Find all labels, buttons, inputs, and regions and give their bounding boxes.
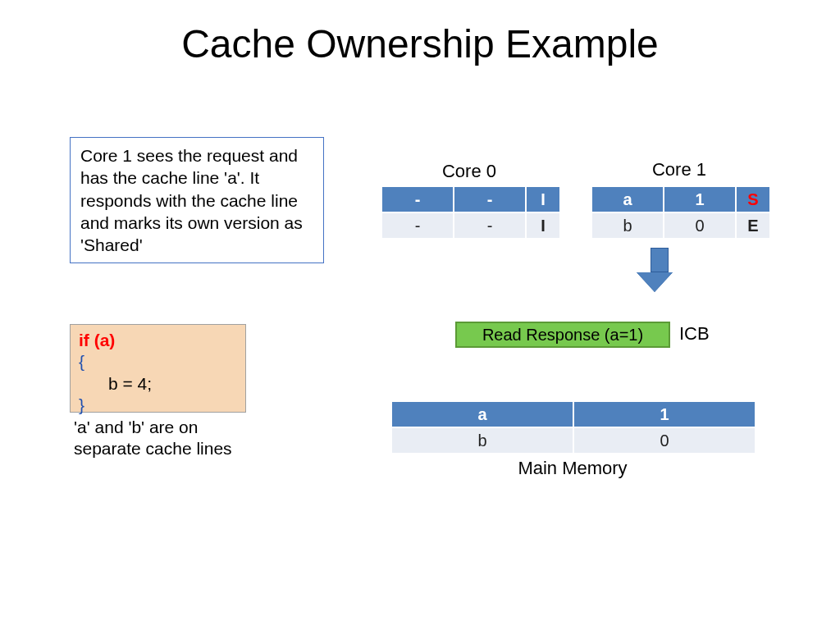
code-close-brace: }: [79, 395, 237, 416]
code-if: if (a): [79, 330, 237, 351]
mm-r0-val: 1: [574, 402, 755, 427]
core0-r1-data: -: [454, 213, 525, 238]
table-row: a 1: [392, 402, 755, 427]
table-row: - - I: [382, 187, 559, 212]
core1-r0-tag: a: [592, 187, 663, 212]
core0-label: Core 0: [416, 161, 523, 182]
mm-r0-key: a: [392, 402, 573, 427]
core1-r1-tag: b: [592, 213, 663, 238]
core1-label: Core 1: [626, 159, 733, 180]
main-memory-table: a 1 b 0: [390, 400, 756, 454]
table-row: b 0 E: [592, 213, 769, 238]
description-box: Core 1 sees the request and has the cach…: [70, 137, 324, 263]
code-open-brace: {: [79, 351, 237, 372]
table-row: - - I: [382, 213, 559, 238]
core1-r0-data: 1: [664, 187, 735, 212]
code-stmt: b = 4;: [108, 373, 237, 395]
arrow-down-icon: [646, 248, 673, 292]
core0-r0-tag: -: [382, 187, 453, 212]
core1-r0-state: S: [737, 187, 769, 212]
mm-r1-key: b: [392, 428, 573, 453]
table-row: b 0: [392, 428, 755, 453]
main-memory-label: Main Memory: [390, 458, 755, 479]
core0-r0-data: -: [454, 187, 525, 212]
icb-message-bar: Read Response (a=1): [455, 322, 670, 348]
table-row: a 1 S: [592, 187, 769, 212]
slide-title: Cache Ownership Example: [0, 21, 840, 66]
core0-r1-tag: -: [382, 213, 453, 238]
core1-r1-data: 0: [664, 213, 735, 238]
core0-table: - - I - - I: [381, 185, 561, 240]
mm-r1-val: 0: [574, 428, 755, 453]
icb-label: ICB: [679, 323, 710, 345]
core0-r0-state: I: [527, 187, 559, 212]
cache-line-note: 'a' and 'b' are on separate cache lines: [74, 417, 262, 460]
code-box: if (a) { b = 4; }: [70, 324, 246, 413]
core1-table: a 1 S b 0 E: [591, 185, 771, 240]
core1-r1-state: E: [737, 213, 769, 238]
core0-r1-state: I: [527, 213, 559, 238]
